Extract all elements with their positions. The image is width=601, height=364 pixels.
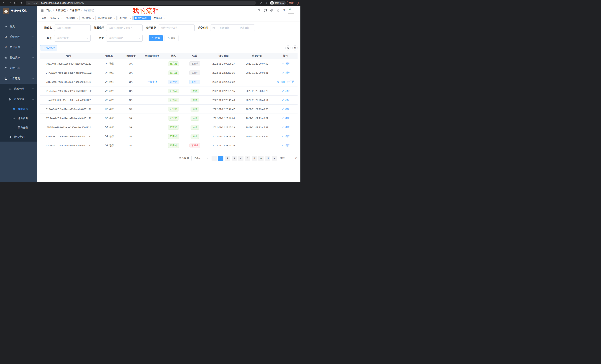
close-tab-icon[interactable]: × [114,17,115,19]
close-tab-icon[interactable]: × [164,17,165,19]
page-button-1[interactable]: 1 [218,156,223,161]
action-label: 详情 [285,107,290,111]
sidebar-item-基础设施[interactable]: 基础设施 [0,52,37,63]
chevron-down-icon[interactable]: ▾ [296,9,298,11]
page-button-2[interactable]: 2 [225,156,230,161]
tab-首页[interactable]: 首页 [40,16,48,20]
detail-link[interactable]: 详情 [282,107,290,111]
cell-status: 已完成 [164,98,183,102]
password-key-icon[interactable] [259,1,263,5]
tab-流程模型[interactable]: 流程模型× [65,16,80,20]
page-size-select[interactable]: 10条/页 [191,156,210,161]
detail-link[interactable]: 详情 [282,89,290,93]
bookmark-star-icon[interactable]: ☆ [264,1,269,5]
home-icon[interactable] [19,1,23,5]
close-tab-icon[interactable]: × [61,17,62,19]
page-scrollbar[interactable] [300,6,300,182]
cell-process-name: OA 请假 [97,80,121,84]
prev-page-button[interactable]: ‹ [211,156,217,161]
refresh-table-button[interactable]: ↻ [292,45,298,50]
cancel-link[interactable]: 取消 [277,80,285,84]
breadcrumb-item[interactable]: 任务管理 [70,9,80,12]
forward-icon[interactable] [7,1,12,5]
cell-actions: 详情 [274,98,298,102]
reset-button[interactable]: ↻ 重置 [165,35,179,41]
sidebar-item-已办任务[interactable]: 已办任务 [0,123,37,132]
submit-time-range-picker[interactable]: 开始日期 - 结束日期 [210,25,255,31]
sidebar-item-工作流程[interactable]: 工作流程 [0,73,37,84]
plus-icon [42,47,45,49]
page-button-6[interactable]: 6 [252,156,257,161]
detail-link[interactable]: 详情 [282,116,290,120]
update-button[interactable]: 更新 ⋮ [287,1,299,5]
app-logo[interactable]: 芋道管理系统 [0,6,37,16]
process-name-label: 流程名 [40,26,52,29]
close-tab-icon[interactable]: × [92,17,94,19]
avatar[interactable] [288,7,294,14]
sidebar-item-待办任务[interactable]: 待办任务 [0,114,37,123]
next-page-button[interactable]: › [272,156,277,161]
url-bar[interactable]: 不安全 dashboard.yudao.iocoder.cn/bpm/task/… [26,1,256,5]
tab-流程定义[interactable]: 流程定义× [49,16,64,20]
page-ellipsis-button[interactable]: ••• [258,156,263,161]
detail-link[interactable]: 详情 [282,71,290,74]
sidebar-fold-icon[interactable] [40,9,44,12]
create-process-button[interactable]: 发起流程 [40,45,57,50]
result-select[interactable]: 请选择流结果 [106,35,143,42]
fullscreen-icon[interactable] [276,9,280,12]
sidebar-item-系统管理[interactable]: ⚙系统管理 [0,32,37,42]
search-icon[interactable] [257,9,260,12]
detail-link[interactable]: 详情 [282,98,290,102]
pencil-icon [282,99,284,101]
pencil-icon [282,135,284,137]
back-icon[interactable] [2,1,6,5]
sidebar-item-我的流程[interactable]: 我的流程 [0,105,37,114]
sidebar-item-流程管理[interactable]: 流程管理 [0,84,37,94]
tab-label: 用户分组 [119,17,128,20]
page-button-4[interactable]: 4 [238,156,243,161]
cell-current-task[interactable]: 一级审批 [140,80,164,84]
filter-row-1: 流程名 所属流程 流程分类 请选择流程分类 [40,25,298,31]
page-button-3[interactable]: 3 [232,156,237,161]
sidebar-item-请假查询[interactable]: 请假查询 [0,132,37,142]
toggle-search-button[interactable] [285,45,290,50]
page-button-5[interactable]: 5 [245,156,250,161]
detail-link[interactable]: 详情 [282,62,290,65]
github-icon[interactable] [264,9,267,12]
font-size-icon[interactable]: tT [283,9,285,12]
not-secure-warning-icon[interactable] [28,2,30,4]
tab-我的流程[interactable]: 我的流程× [133,16,151,20]
parent-process-input[interactable] [106,25,143,31]
sidebar-item-首页[interactable]: 首页 [0,21,37,32]
tab-流程表单[interactable]: 流程表单× [80,16,96,20]
status-select[interactable]: 请选择状态 [54,35,91,42]
close-tab-icon[interactable]: × [148,17,149,19]
search-button[interactable]: 搜索 [149,35,163,41]
page-button-11[interactable]: 11 [265,156,270,161]
sidebar-item-研发工具[interactable]: 研发工具 [0,63,37,73]
result-badge: 通过 [190,116,199,121]
tab-流程表单-编辑[interactable]: 流程表单-编辑× [97,16,117,20]
tab-用户分组[interactable]: 用户分组× [118,16,133,20]
pencil-icon [282,144,284,147]
kebab-menu-icon[interactable]: ⋮ [295,2,297,4]
cell-status: 已完成 [164,143,183,148]
help-icon[interactable] [270,9,273,12]
category-select[interactable]: 请选择流程分类 [158,25,195,31]
detail-link[interactable]: 详情 [287,80,294,84]
close-tab-icon[interactable]: × [77,17,78,19]
tab-发起流程[interactable]: 发起流程× [152,16,167,20]
detail-link[interactable]: 详情 [282,135,290,138]
sidebar-item-任务管理[interactable]: 任务管理 [0,94,37,105]
reload-icon[interactable] [13,1,18,5]
goto-page-input[interactable] [286,156,294,161]
breadcrumb-item[interactable]: 首页 [46,9,52,12]
sidebar-item-支付管理[interactable]: ¥支付管理 [0,42,37,52]
detail-link[interactable]: 详情 [282,126,290,129]
breadcrumb-item[interactable]: 工作流程 [55,9,66,12]
detail-link[interactable]: 详情 [282,144,290,147]
close-tab-icon[interactable]: × [130,17,131,19]
process-name-input[interactable] [54,25,91,31]
eye-closed-icon [12,126,16,130]
cell-end-time: 2022-01-22 23:49:51 [240,99,274,102]
